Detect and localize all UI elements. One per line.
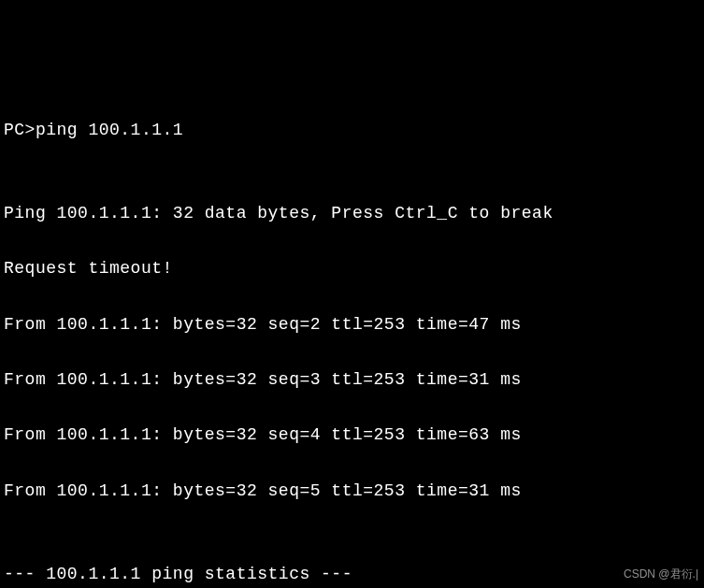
ping1-reply-2: From 100.1.1.1: bytes=32 seq=3 ttl=253 t… <box>4 366 704 394</box>
watermark-text: CSDN @君衍.| <box>624 566 698 584</box>
ping1-reply-3: From 100.1.1.1: bytes=32 seq=4 ttl=253 t… <box>4 422 704 450</box>
ping1-reply-1: From 100.1.1.1: bytes=32 seq=2 ttl=253 t… <box>4 311 704 339</box>
ping1-reply-4: From 100.1.1.1: bytes=32 seq=5 ttl=253 t… <box>4 478 704 506</box>
stats-header: --- 100.1.1.1 ping statistics --- <box>4 561 704 588</box>
prompt-command-1: PC>ping 100.1.1.1 <box>4 117 704 145</box>
ping1-header: Ping 100.1.1.1: 32 data bytes, Press Ctr… <box>4 200 704 228</box>
ping1-timeout: Request timeout! <box>4 255 704 283</box>
